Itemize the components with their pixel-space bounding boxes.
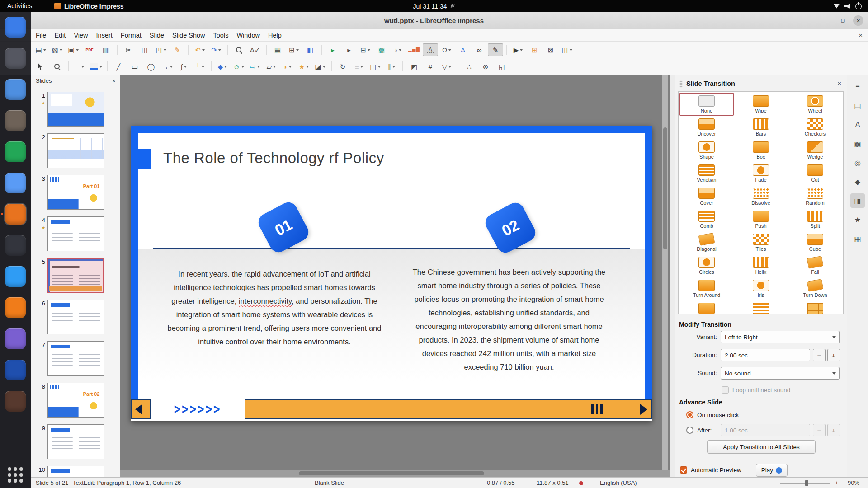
badge-01[interactable]: 01 — [255, 199, 311, 255]
hyperlink-button[interactable]: ∞ — [472, 43, 487, 56]
shapes-tab[interactable]: ◆ — [850, 174, 865, 189]
transition-option[interactable]: Cover — [679, 185, 734, 208]
zoom-tool[interactable] — [49, 60, 65, 73]
transition-option[interactable]: Fade — [734, 162, 788, 185]
transition-option[interactable]: Fall — [788, 254, 842, 277]
transition-option[interactable]: Turn Around — [679, 277, 734, 300]
document-close-button[interactable]: × — [859, 29, 863, 42]
transition-option[interactable]: None — [679, 93, 734, 116]
fill-color-button[interactable] — [88, 60, 104, 73]
table-design-button[interactable]: ⊟ — [358, 43, 373, 56]
system-status-menu[interactable] — [834, 0, 862, 12]
transition-option[interactable]: Bars — [734, 116, 788, 139]
sound-select[interactable]: No sound — [721, 367, 840, 380]
cut-button[interactable]: ✂ — [121, 43, 136, 56]
menu-item[interactable]: Format — [117, 29, 146, 42]
variant-select[interactable]: Left to Right — [721, 331, 840, 343]
menu-item[interactable]: Edit — [50, 29, 70, 42]
redo-button[interactable]: ↷ — [208, 43, 224, 56]
navigator-tab[interactable]: ◎ — [850, 155, 865, 170]
transition-option[interactable]: Checkers — [788, 116, 842, 139]
callouts-button[interactable]: ◗ — [280, 60, 295, 73]
new-button[interactable]: ▤ — [33, 43, 48, 56]
close-button[interactable]: × — [853, 15, 863, 26]
menu-item[interactable]: Slide — [146, 29, 168, 42]
rectangle-button[interactable]: ▭ — [127, 60, 142, 73]
symbol-shapes-button[interactable]: ☺ — [231, 60, 246, 73]
on-mouse-click-radio[interactable] — [686, 411, 693, 418]
gallery-tab[interactable]: ▩ — [850, 136, 865, 151]
after-field[interactable]: 1.00 sec — [721, 424, 810, 436]
duplicate-slide-button[interactable]: ⊠ — [543, 43, 558, 56]
curve-button[interactable]: ∫ — [176, 60, 191, 73]
flowchart-button[interactable]: ▱ — [264, 60, 279, 73]
stars-button[interactable]: ★ — [296, 60, 311, 73]
dock-writer[interactable] — [5, 79, 26, 100]
slide-thumbnail[interactable] — [47, 300, 104, 334]
dock-terminal[interactable] — [5, 235, 26, 256]
slide-layout-button[interactable]: ◫ — [559, 43, 575, 56]
extrusion-button[interactable]: ◱ — [494, 60, 509, 73]
show-draw-functions-button[interactable]: ✎ — [488, 43, 503, 56]
transition-option[interactable]: Circles — [679, 254, 734, 277]
slide-title[interactable]: The Role of Technology rf Policy — [163, 150, 384, 167]
transition-option[interactable]: Wheel — [788, 93, 842, 116]
transition-option[interactable] — [679, 300, 734, 314]
dock-software[interactable] — [5, 391, 26, 412]
sidebar-settings-tab[interactable]: ≡ — [850, 80, 865, 94]
paste-button[interactable]: ◰ — [153, 43, 169, 56]
duration-field[interactable]: 2.00 sec — [721, 349, 810, 361]
insert-image-button[interactable]: ▩ — [374, 43, 389, 56]
show-applications-button[interactable] — [8, 467, 23, 483]
slides-panel-close-button[interactable]: × — [112, 75, 116, 87]
transition-option[interactable]: Split — [788, 208, 842, 231]
start-first-slide-button[interactable]: ▸ — [325, 43, 340, 56]
line-style-button[interactable]: ─ — [72, 60, 87, 73]
dock-firefox[interactable] — [5, 17, 26, 38]
insert-media-button[interactable]: ♪ — [390, 43, 406, 56]
duration-increase-button[interactable]: + — [827, 349, 840, 361]
zoom-out-button[interactable]: − — [771, 478, 774, 488]
connector-button[interactable]: └ — [192, 60, 208, 73]
rotate-button[interactable]: ↻ — [335, 60, 350, 73]
layout-name[interactable]: Blank Slide — [315, 478, 344, 488]
ellipse-button[interactable]: ◯ — [143, 60, 159, 73]
vertical-scrollbar[interactable] — [662, 75, 668, 470]
maximize-button[interactable]: ▢ — [838, 15, 848, 26]
animation-tab[interactable]: ★ — [850, 212, 865, 227]
slide-thumbnail[interactable] — [47, 92, 104, 127]
points-button[interactable]: ∴ — [462, 60, 477, 73]
align-button[interactable]: ≡ — [351, 60, 367, 73]
copy-button[interactable]: ◫ — [137, 43, 152, 56]
menu-item[interactable]: View — [70, 29, 92, 42]
export-pdf-button[interactable]: PDF — [82, 43, 97, 56]
horizontal-scrollbar-thumb[interactable] — [299, 471, 484, 475]
special-character-button[interactable]: Ω — [439, 43, 454, 56]
minimize-button[interactable]: – — [823, 15, 834, 26]
zoom-level[interactable]: 90% — [848, 478, 859, 488]
left-text-block[interactable]: In recent years, the rapid advancement o… — [166, 267, 383, 348]
slide-canvas[interactable]: The Role of Technology rf Policy 01 02 I… — [131, 126, 652, 421]
panel-splitter[interactable] — [670, 75, 675, 477]
transition-option[interactable]: Cut — [788, 162, 842, 185]
apply-transition-all-button[interactable]: Apply Transition to All Slides — [707, 440, 816, 454]
slide-thumbnail[interactable]: Part 01 — [47, 175, 104, 210]
transition-option[interactable]: Cube — [788, 231, 842, 254]
open-button[interactable]: ▧ — [49, 43, 65, 56]
dock-files[interactable] — [5, 48, 26, 69]
insert-table-button[interactable]: ⊞ — [286, 43, 302, 56]
loop-sound-checkbox[interactable] — [722, 386, 729, 394]
after-increase-button[interactable]: + — [827, 424, 840, 436]
transition-option[interactable]: Shape — [679, 139, 734, 162]
zoom-slider-thumb[interactable] — [805, 480, 808, 486]
master-slides-tab[interactable]: ▦ — [850, 231, 865, 246]
display-grid-button[interactable]: ▦ — [270, 43, 285, 56]
vertical-scrollbar-thumb[interactable] — [663, 127, 667, 249]
menu-item[interactable]: Help — [264, 29, 286, 42]
dock-impress[interactable] — [5, 204, 26, 225]
transition-option[interactable]: Box — [734, 139, 788, 162]
slide-thumbnail[interactable] — [47, 466, 104, 477]
transition-option[interactable]: Uncover — [679, 116, 734, 139]
slide-thumbnail[interactable] — [47, 424, 104, 459]
dock-code[interactable] — [5, 266, 26, 287]
